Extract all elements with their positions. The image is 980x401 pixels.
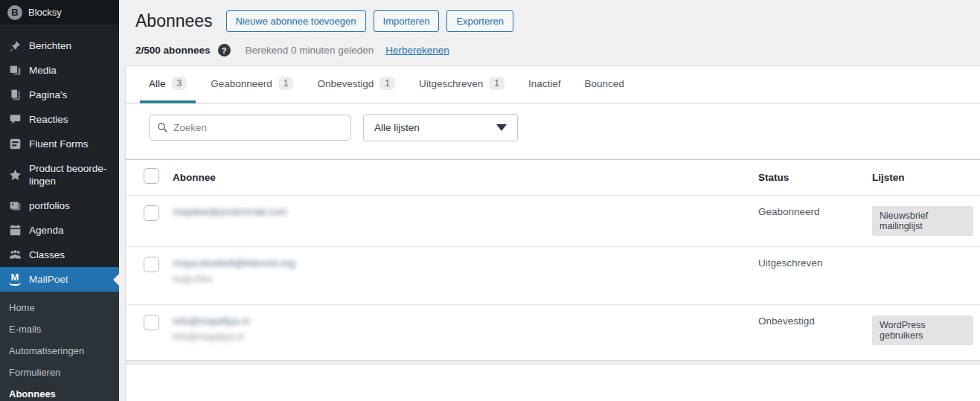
sidebar-item-agenda[interactable]: Agenda [0, 218, 119, 243]
select-all-checkbox[interactable] [144, 168, 159, 184]
sidebar-item-label: Agenda [29, 224, 64, 237]
mailpoet-submenu: Home E-mails Automatiseringen Formuliere… [0, 292, 119, 401]
pushpin-icon [7, 39, 22, 52]
submenu-item-home[interactable]: Home [0, 297, 119, 318]
row-checkbox[interactable] [144, 257, 159, 272]
list-filter-value: Alle lijsten [374, 122, 420, 133]
site-name: Blocksy [28, 7, 62, 18]
admin-sidebar: B Blocksy Berichten Media Pagina's Rea [0, 0, 119, 401]
subscriber-name: info@maydilya.nl [173, 332, 743, 342]
subscriber-email[interactable]: maydee@protonmail.com [173, 206, 287, 217]
help-icon[interactable]: ? [218, 44, 231, 57]
sidebar-item-portfolios[interactable]: portfolios [0, 193, 119, 218]
portfolio-icon [7, 199, 22, 212]
calendar-icon [7, 224, 22, 237]
add-subscriber-button[interactable]: Nieuwe abonnee toevoegen [226, 10, 366, 32]
sidebar-item-paginas[interactable]: Pagina's [0, 83, 119, 107]
export-button[interactable]: Exporteren [446, 10, 513, 32]
sidebar-item-classes[interactable]: Classes [0, 243, 119, 267]
tab-label: Bounced [584, 78, 624, 89]
submenu-item-automatiseringen[interactable]: Automatiseringen [0, 340, 119, 362]
sidebar-item-label: Reacties [29, 113, 68, 126]
subscriber-status: Geabonneerd [750, 196, 864, 228]
tab-count-badge: 1 [379, 77, 395, 90]
submenu-item-abonnees[interactable]: Abonnees [0, 383, 119, 401]
tab-label: Inactief [528, 78, 561, 89]
status-tabs: Alle 3 Geabonneerd 1 Onbevestigd 1 Uitge… [126, 66, 980, 103]
tab-label: Geabonneerd [211, 78, 272, 89]
sidebar-item-fluent-forms[interactable]: Fluent Forms [0, 132, 119, 156]
table-footer-panel [125, 364, 980, 401]
sidebar-item-label: portfolios [29, 199, 70, 212]
subscriber-counter-row: 2/500 abonnees ? Berekend 0 minuten gele… [119, 32, 980, 57]
column-header-status: Status [750, 161, 864, 193]
calculated-note: Berekend 0 minuten geleden [246, 45, 374, 56]
star-icon [7, 169, 22, 182]
mailpoet-icon: M [7, 274, 22, 286]
row-checkbox[interactable] [144, 315, 159, 330]
row-checkbox[interactable] [144, 205, 159, 221]
tab-count-badge: 3 [172, 77, 188, 90]
page-header: Abonnees Nieuwe abonnee toevoegen Import… [119, 0, 980, 32]
tab-label: Onbevestigd [317, 78, 374, 89]
sidebar-item-label: Classes [29, 248, 65, 261]
groups-icon [7, 248, 22, 261]
tab-alle[interactable]: Alle 3 [140, 66, 196, 103]
submenu-item-formulieren[interactable]: Formulieren [0, 362, 119, 383]
table-row: maya.bluebell@ilderoot.org maja bleu Uit… [126, 246, 980, 304]
media-icon [7, 64, 22, 77]
tab-count-badge: 1 [278, 77, 294, 90]
search-box[interactable] [149, 115, 351, 141]
comment-icon [7, 113, 22, 126]
sidebar-item-product-beoordelingen[interactable]: Product beoorde-lingen [0, 156, 119, 193]
tab-uitgeschreven[interactable]: Uitgeschreven 1 [410, 66, 513, 103]
sidebar-item-reacties[interactable]: Reacties [0, 107, 119, 132]
main-content: Abonnees Nieuwe abonnee toevoegen Import… [119, 0, 980, 401]
tab-geabonneerd[interactable]: Geabonneerd 1 [202, 66, 302, 103]
filter-row: Alle lijsten [126, 103, 980, 159]
page-title: Abonnees [135, 11, 213, 31]
subscriber-name: maja bleu [173, 274, 743, 284]
tab-count-badge: 1 [489, 77, 505, 90]
sidebar-item-label: Pagina's [29, 89, 67, 101]
table-row: info@maydilya.nl info@maydilya.nl Onbeve… [126, 304, 980, 360]
tab-bounced[interactable]: Bounced [575, 66, 632, 103]
form-icon [7, 138, 22, 150]
list-filter-select[interactable]: Alle lijsten [363, 114, 518, 141]
chevron-down-icon [496, 124, 507, 131]
column-header-abonnee[interactable]: Abonnee [164, 161, 750, 193]
subscribers-card: Alle 3 Geabonneerd 1 Onbevestigd 1 Uitge… [125, 65, 980, 361]
list-tag[interactable]: WordPress gebruikers [872, 315, 973, 345]
blocksy-logo-icon: B [7, 5, 22, 20]
search-input[interactable] [173, 122, 343, 133]
tab-inactief[interactable]: Inactief [519, 66, 570, 103]
search-icon [157, 122, 168, 133]
subscriber-email[interactable]: maya.bluebell@ilderoot.org [173, 257, 295, 269]
column-header-lijsten: Lijsten [864, 161, 980, 193]
subscriber-status: Uitgeschreven [750, 247, 864, 279]
subscribers-table: Abonnee Status Lijsten maydee@protonmail… [126, 159, 980, 360]
sidebar-item-label: Media [29, 64, 57, 77]
subscriber-status: Onbevestigd [750, 305, 864, 337]
table-row: maydee@protonmail.com Geabonneerd Nieuws… [126, 195, 980, 246]
admin-menu: Berichten Media Pagina's Reacties Fluent… [0, 25, 119, 401]
tab-label: Alle [149, 78, 166, 89]
list-tag[interactable]: Nieuwsbrief mailinglijst [872, 206, 973, 236]
import-button[interactable]: Importeren [374, 10, 440, 32]
admin-bar-site[interactable]: B Blocksy [0, 0, 119, 25]
subscriber-count: 2/500 abonnees [135, 45, 211, 56]
sidebar-item-label: Fluent Forms [29, 138, 89, 150]
pages-icon [7, 89, 22, 101]
recalculate-link[interactable]: Herberekenen [385, 45, 449, 56]
table-header-row: Abonnee Status Lijsten [126, 159, 980, 195]
tab-onbevestigd[interactable]: Onbevestigd 1 [308, 66, 404, 103]
sidebar-item-label: Berichten [29, 39, 71, 52]
sidebar-item-media[interactable]: Media [0, 58, 119, 83]
sidebar-item-berichten[interactable]: Berichten [0, 33, 119, 58]
tab-label: Uitgeschreven [419, 78, 483, 89]
sidebar-item-label: MailPoet [29, 273, 68, 286]
subscriber-email[interactable]: info@maydilya.nl [173, 315, 249, 327]
sidebar-item-mailpoet[interactable]: M MailPoet [0, 267, 119, 292]
submenu-item-emails[interactable]: E-mails [0, 318, 119, 340]
sidebar-item-label: Product beoorde-lingen [29, 162, 112, 187]
